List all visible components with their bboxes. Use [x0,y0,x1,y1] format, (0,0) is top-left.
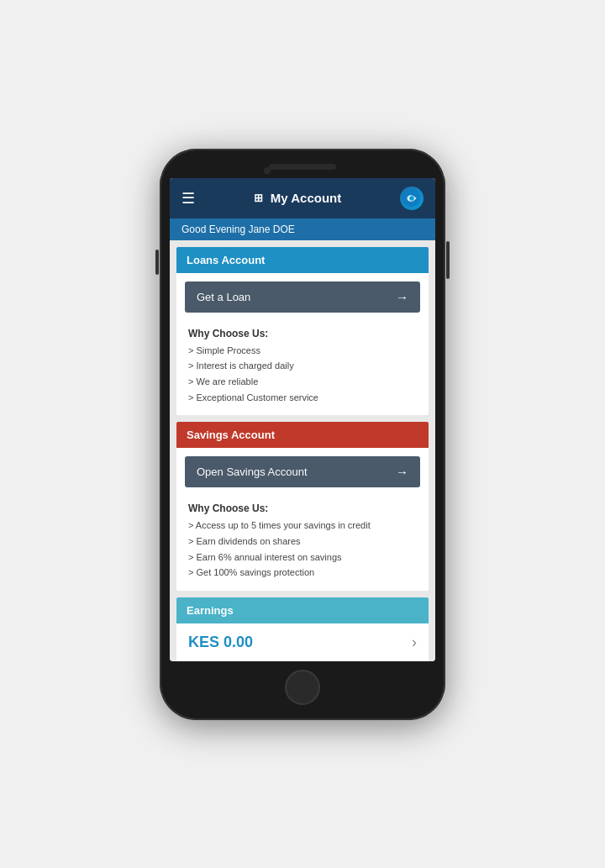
earnings-row[interactable]: KES 0.00 › [176,623,429,661]
loans-why-item-3: > We are reliable [188,374,417,390]
savings-why-item-4: > Get 100% savings protection [188,565,417,581]
logo-svg [402,189,421,208]
get-loan-label: Get a Loan [197,291,250,303]
navbar-title-text: My Account [271,191,341,205]
phone-device: ☰ ⊞ My Account Good Evening Jane DOE [160,149,445,720]
earnings-chevron-icon: › [412,634,417,651]
home-button[interactable] [285,670,320,705]
phone-screen: ☰ ⊞ My Account Good Evening Jane DOE [170,178,435,661]
get-loan-button[interactable]: Get a Loan → [185,281,420,313]
savings-section: Savings Account Open Savings Account → W… [176,422,429,591]
open-savings-label: Open Savings Account [197,466,308,478]
volume-button [155,250,159,275]
savings-header: Savings Account [176,422,429,448]
savings-why-item-2: > Earn dividends on shares [188,534,417,550]
savings-why-item-3: > Earn 6% annual interest on savings [188,550,417,566]
logo-icon [400,187,424,210]
loans-section: Loans Account Get a Loan → Why Choose Us… [176,247,429,416]
get-loan-arrow-icon: → [396,290,408,304]
open-savings-button[interactable]: Open Savings Account → [185,456,420,487]
savings-why-box: Why Choose Us: > Access up to 5 times yo… [176,496,429,591]
earnings-section: Earnings KES 0.00 › [176,597,429,661]
earnings-header: Earnings [176,597,429,623]
earnings-amount: KES 0.00 [188,634,253,651]
camera-dot [264,167,271,174]
earnings-header-text: Earnings [187,604,234,617]
menu-icon[interactable]: ☰ [182,191,195,206]
savings-why-item-1: > Access up to 5 times your savings in c… [188,518,417,534]
power-button [446,241,450,279]
loans-why-title: Why Choose Us: [188,328,417,339]
main-content: Loans Account Get a Loan → Why Choose Us… [170,240,435,661]
grid-icon: ⊞ [254,192,263,204]
navbar-title: ⊞ My Account [254,191,341,205]
speaker [269,164,336,170]
savings-why-title: Why Choose Us: [188,502,417,514]
greeting-bar: Good Evening Jane DOE [170,218,435,240]
loans-header: Loans Account [176,247,429,273]
savings-header-text: Savings Account [187,429,275,441]
loans-why-item-2: > Interest is charged daily [188,358,417,374]
navbar: ☰ ⊞ My Account [170,178,435,218]
loans-why-box: Why Choose Us: > Simple Process > Intere… [176,321,429,416]
svg-point-1 [409,196,414,201]
greeting-text: Good Evening Jane DOE [182,224,295,235]
loans-why-item-1: > Simple Process [188,343,417,359]
loans-why-item-4: > Exceptional Customer service [188,390,417,406]
loans-header-text: Loans Account [187,254,265,266]
open-savings-arrow-icon: → [396,465,408,479]
